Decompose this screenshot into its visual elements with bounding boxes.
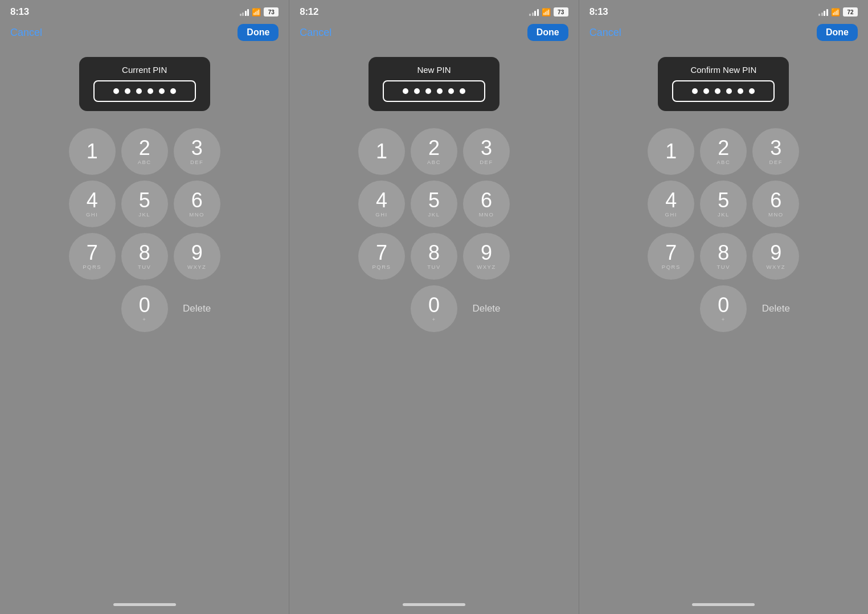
delete-button[interactable]: Delete — [752, 285, 799, 332]
key-number: 4 — [376, 190, 387, 211]
home-indicator — [0, 598, 289, 614]
key-5[interactable]: 5 JKL — [121, 181, 168, 227]
status-bar: 8:13 📶 73 — [0, 0, 289, 22]
key-number: 9 — [191, 243, 203, 263]
key-9[interactable]: 9 WXYZ — [463, 233, 510, 280]
pin-label: Current PIN — [122, 65, 167, 75]
pin-card: New PIN — [369, 57, 499, 111]
key-number: 4 — [87, 190, 98, 211]
key-letters: + — [432, 316, 436, 322]
key-letters: DEF — [769, 159, 783, 165]
key-letters: WXYZ — [477, 264, 496, 270]
numpad-row-3: 7 PQRS 8 TUV 9 WXYZ — [69, 233, 220, 280]
status-icons: 📶 73 — [240, 7, 279, 17]
key-letters: + — [722, 316, 726, 322]
home-indicator — [289, 598, 578, 614]
key-number: 5 — [139, 190, 150, 211]
status-time: 8:13 — [589, 6, 608, 18]
key-letters: PQRS — [372, 264, 391, 270]
pin-dots-row — [383, 80, 485, 102]
key-number: 9 — [481, 243, 492, 263]
pin-dot — [125, 88, 130, 94]
cancel-button[interactable]: Cancel — [10, 27, 42, 39]
key-5[interactable]: 5 JKL — [700, 181, 747, 227]
signal-bar-3 — [534, 11, 536, 16]
key-6[interactable]: 6 MNO — [174, 181, 220, 227]
key-2[interactable]: 2 ABC — [411, 128, 457, 175]
key-6[interactable]: 6 MNO — [752, 181, 799, 227]
numpad-row-2: 4 GHI 5 JKL 6 MNO — [358, 181, 510, 227]
key-1[interactable]: 1 — [358, 128, 405, 175]
key-4[interactable]: 4 GHI — [648, 181, 694, 227]
pin-dot — [403, 88, 408, 94]
delete-button[interactable]: Delete — [463, 285, 510, 332]
pin-dot — [703, 88, 709, 94]
key-4[interactable]: 4 GHI — [69, 181, 116, 227]
key-letters: PQRS — [83, 264, 101, 270]
signal-bar-2 — [821, 13, 823, 16]
done-button[interactable]: Done — [527, 24, 568, 41]
done-button[interactable]: Done — [817, 24, 858, 41]
pin-dots-row — [93, 80, 196, 102]
key-letters: DEF — [190, 159, 204, 165]
key-6[interactable]: 6 MNO — [463, 181, 510, 227]
pin-dot — [425, 88, 431, 94]
signal-bar-4 — [826, 9, 828, 16]
signal-bars — [529, 9, 539, 16]
numpad-row-4: 0 + Delete — [648, 285, 799, 332]
pin-dot — [715, 88, 720, 94]
key-7[interactable]: 7 PQRS — [648, 233, 694, 280]
key-number: 9 — [770, 243, 781, 263]
key-letters: MNO — [768, 211, 784, 218]
wifi-icon: 📶 — [252, 8, 261, 17]
key-9[interactable]: 9 WXYZ — [174, 233, 220, 280]
numpad-row-2: 4 GHI 5 JKL 6 MNO — [648, 181, 799, 227]
key-number: 1 — [376, 141, 387, 162]
key-letters: JKL — [428, 211, 440, 218]
key-2[interactable]: 2 ABC — [700, 128, 747, 175]
key-5[interactable]: 5 JKL — [411, 181, 457, 227]
key-8[interactable]: 8 TUV — [700, 233, 747, 280]
key-3[interactable]: 3 DEF — [752, 128, 799, 175]
key-4[interactable]: 4 GHI — [358, 181, 405, 227]
battery-indicator: 72 — [843, 7, 858, 17]
status-time: 8:13 — [10, 6, 29, 18]
key-number: 2 — [139, 138, 150, 158]
key-letters: + — [142, 316, 146, 322]
key-7[interactable]: 7 PQRS — [69, 233, 116, 280]
status-icons: 📶 73 — [529, 7, 568, 17]
key-1[interactable]: 1 — [69, 128, 116, 175]
key-8[interactable]: 8 TUV — [411, 233, 457, 280]
key-number: 6 — [481, 190, 492, 211]
key-number: 5 — [718, 190, 729, 211]
key-7[interactable]: 7 PQRS — [358, 233, 405, 280]
key-9[interactable]: 9 WXYZ — [752, 233, 799, 280]
signal-bar-1 — [529, 14, 531, 16]
key-number: 7 — [87, 243, 98, 263]
key-letters: JKL — [138, 211, 150, 218]
phone-panel-panel-new: 8:12 📶 73 Cancel Done New PIN — [289, 0, 579, 614]
key-number: 6 — [770, 190, 781, 211]
cancel-button[interactable]: Cancel — [589, 27, 621, 39]
key-8[interactable]: 8 TUV — [121, 233, 168, 280]
key-0[interactable]: 0 + — [411, 285, 457, 332]
cancel-button[interactable]: Cancel — [300, 27, 331, 39]
key-number: 8 — [139, 243, 150, 263]
key-1[interactable]: 1 — [648, 128, 694, 175]
key-0[interactable]: 0 + — [121, 285, 168, 332]
key-number: 8 — [428, 243, 440, 263]
key-number: 0 — [428, 295, 440, 316]
status-icons: 📶 72 — [818, 7, 858, 17]
key-number: 5 — [428, 190, 440, 211]
nav-bar: Cancel Done — [579, 22, 868, 47]
key-2[interactable]: 2 ABC — [121, 128, 168, 175]
key-0[interactable]: 0 + — [700, 285, 747, 332]
key-3[interactable]: 3 DEF — [174, 128, 220, 175]
key-3[interactable]: 3 DEF — [463, 128, 510, 175]
done-button[interactable]: Done — [238, 24, 279, 41]
pin-dot — [148, 88, 153, 94]
nav-bar: Cancel Done — [0, 22, 289, 47]
delete-button[interactable]: Delete — [174, 285, 220, 332]
key-number: 2 — [718, 138, 729, 158]
pin-dot — [448, 88, 454, 94]
